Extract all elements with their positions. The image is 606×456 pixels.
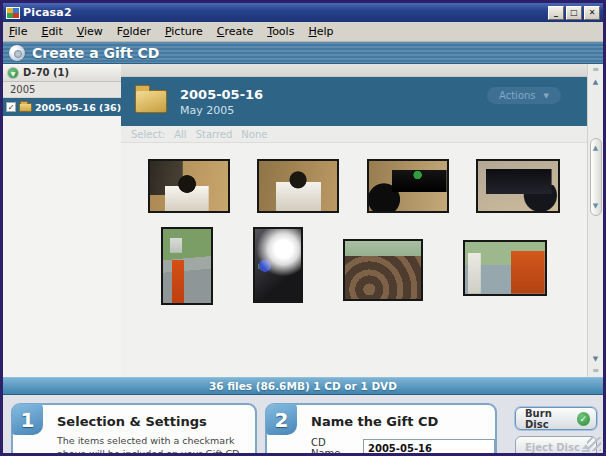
file-count-status: 36 files (86.6MB) 1 CD or 1 DVD <box>209 380 397 392</box>
menu-item-edit[interactable]: Edit <box>41 25 62 38</box>
top-strip <box>121 64 587 77</box>
menu-item-folder[interactable]: Folder <box>117 25 151 38</box>
photo-street-orange-signpost[interactable] <box>161 227 213 305</box>
window-title: Picasa2 <box>23 6 72 19</box>
menu-item-create[interactable]: Create <box>217 25 254 38</box>
menu-bar: FileEditViewFolderPictureCreateToolsHelp <box>3 22 603 42</box>
folder-checkbox[interactable]: ✓ <box>6 102 16 112</box>
status-bar: 36 files (86.6MB) 1 CD or 1 DVD <box>3 377 603 395</box>
scroll-grip-bottom-icon[interactable]: ≡ <box>592 367 599 375</box>
photo-tunnel-with-light[interactable] <box>253 227 303 303</box>
picasa-app-icon <box>6 7 20 19</box>
collection-label: D-70 (1) <box>23 67 69 78</box>
menu-item-help[interactable]: Help <box>308 25 333 38</box>
select-label: Select: <box>131 129 165 140</box>
photo-xbox-console-with-controllers[interactable] <box>367 159 449 213</box>
thumbnail-grid <box>121 143 587 377</box>
resize-grip[interactable] <box>587 437 601 451</box>
scroll-down-icon[interactable]: ▼ <box>593 355 598 363</box>
sidebar-collection-d70[interactable]: ▼ D-70 (1) <box>3 64 124 82</box>
actions-button[interactable]: Actions ▼ <box>487 87 561 104</box>
eject-disc-button[interactable]: Eject Disc <box>515 436 597 456</box>
gift-cd-header: Create a Gift CD <box>3 42 603 64</box>
menu-item-view[interactable]: View <box>77 25 103 38</box>
select-all-link[interactable]: All <box>174 129 186 140</box>
step-1-badge: 1 <box>12 404 43 435</box>
cd-name-label: CD Name <box>311 437 356 456</box>
photo-ps2-console-with-cables[interactable] <box>476 159 560 213</box>
title-bar: Picasa2 _ □ ✕ <box>3 3 603 22</box>
close-button[interactable]: ✕ <box>584 6 600 20</box>
select-row: Select: All Starred None <box>121 126 587 143</box>
minimize-button[interactable]: _ <box>548 6 564 20</box>
scroll-thumb[interactable]: ▲ ▼ <box>590 138 602 216</box>
scroll-grip-icon[interactable]: ≡ <box>592 66 599 74</box>
photo-camera-lens-in-foam-box-with-af-box[interactable] <box>148 159 230 213</box>
folder-sidebar: ▼ D-70 (1) 2005 ✓ 2005-05-16 (36) ▲ ▼ <box>3 64 121 377</box>
page-title: Create a Gift CD <box>32 45 159 61</box>
panel1-title: Selection & Settings <box>57 414 207 429</box>
photo-rows-of-clay-pots[interactable] <box>343 239 423 301</box>
cd-disc-icon <box>9 45 25 61</box>
cd-name-input[interactable] <box>363 439 495 456</box>
sidebar-year-2005[interactable]: 2005 <box>3 82 124 98</box>
burn-check-icon: ✓ <box>577 412 590 426</box>
menu-item-tools[interactable]: Tools <box>267 25 294 38</box>
picasa-window: Picasa2 _ □ ✕ FileEditViewFolderPictureC… <box>0 0 606 456</box>
photo-camera-lens-in-foam-box[interactable] <box>257 159 339 213</box>
collapse-tree-icon[interactable]: ▼ <box>7 67 19 79</box>
chevron-down-icon: ▼ <box>544 92 549 100</box>
scroll-track[interactable]: ▲ ▼ <box>590 90 602 351</box>
step-2-badge: 2 <box>266 404 297 435</box>
panel1-description: The items selected with a checkmark abov… <box>57 435 251 456</box>
bottom-panel: 1 Selection & Settings The items selecte… <box>3 395 603 453</box>
folder-icon <box>19 103 32 112</box>
menu-item-picture[interactable]: Picture <box>165 25 203 38</box>
photo-street-orange-bus[interactable] <box>463 240 547 296</box>
thumb-row-2 <box>121 227 587 305</box>
name-gift-cd-panel: 2 Name the Gift CD CD Name Limit 16 Char… <box>265 403 497 456</box>
folder-header: 2005-05-16 May 2005 Actions ▼ <box>121 77 587 126</box>
selection-settings-panel: 1 Selection & Settings The items selecte… <box>11 403 257 456</box>
thumb-row-1 <box>121 159 587 213</box>
thumb-up-icon: ▲ <box>593 144 598 152</box>
select-none-link[interactable]: None <box>241 129 267 140</box>
menu-item-file[interactable]: File <box>9 25 27 38</box>
content-area: ▼ D-70 (1) 2005 ✓ 2005-05-16 (36) ▲ ▼ <box>3 64 603 377</box>
folder-subtitle: May 2005 <box>180 104 263 117</box>
burn-disc-button[interactable]: Burn Disc ✓ <box>515 407 597 430</box>
selected-folder-label: 2005-05-16 (36) <box>35 102 121 113</box>
sidebar-folder-selected[interactable]: ✓ 2005-05-16 (36) <box>3 98 124 116</box>
scroll-up-icon[interactable]: ▲ <box>593 78 598 86</box>
thumb-down-icon: ▼ <box>593 202 598 210</box>
open-folder-icon <box>135 90 167 113</box>
select-starred-link[interactable]: Starred <box>196 129 233 140</box>
main-scrollbar[interactable]: ≡ ▲ ▲ ▼ ▼ ≡ <box>587 64 603 377</box>
folder-title: 2005-05-16 <box>180 87 263 102</box>
panel2-title: Name the Gift CD <box>311 414 438 429</box>
year-label: 2005 <box>10 84 35 95</box>
main-area: 2005-05-16 May 2005 Actions ▼ Select: Al… <box>121 64 603 377</box>
maximize-button[interactable]: □ <box>566 6 582 20</box>
